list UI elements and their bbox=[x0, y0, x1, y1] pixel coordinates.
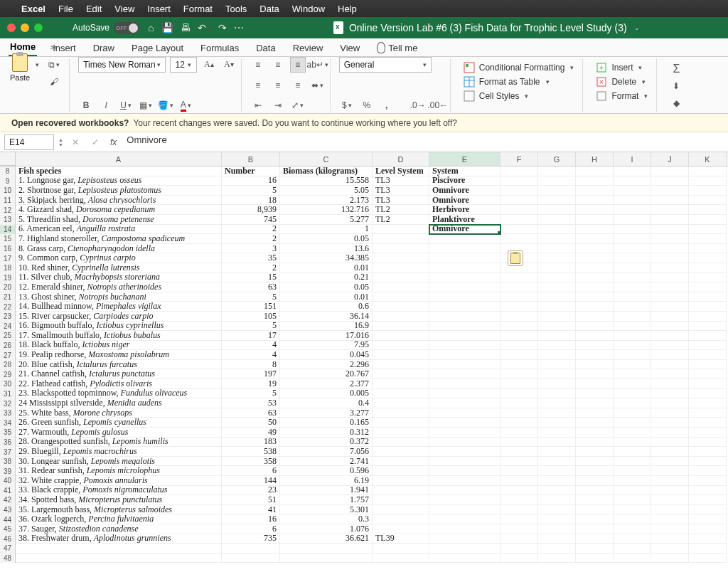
cell[interactable] bbox=[651, 389, 689, 399]
cell[interactable] bbox=[576, 331, 614, 341]
cell[interactable]: 27. Warmouth, Lepomis gulosus bbox=[16, 428, 222, 438]
row-header[interactable]: 33 bbox=[0, 408, 16, 418]
cell[interactable] bbox=[429, 524, 500, 534]
menu-data[interactable]: Data bbox=[259, 4, 279, 14]
cell[interactable] bbox=[373, 476, 429, 486]
cell[interactable] bbox=[373, 273, 429, 283]
cell[interactable] bbox=[651, 476, 689, 486]
cell[interactable]: 16. Bigmouth buffalo, Ictiobus cyprinell… bbox=[16, 322, 222, 332]
cell[interactable]: 1. Longnose gar, Lepisosteus osseus bbox=[16, 176, 222, 186]
cell[interactable] bbox=[373, 428, 429, 438]
cell[interactable] bbox=[429, 263, 500, 273]
row-header[interactable]: 32 bbox=[0, 398, 16, 408]
cell[interactable] bbox=[373, 466, 429, 476]
cell[interactable]: 0.05 bbox=[280, 282, 373, 292]
cell[interactable] bbox=[689, 360, 727, 370]
increase-decimal-icon[interactable]: .0→ bbox=[410, 97, 426, 113]
cell[interactable] bbox=[651, 438, 689, 448]
row-header[interactable]: 34 bbox=[0, 418, 16, 428]
cell[interactable] bbox=[651, 554, 689, 564]
name-box-stepper[interactable]: ▲▼ bbox=[58, 137, 63, 147]
cell[interactable]: 2.296 bbox=[280, 360, 373, 370]
align-top-icon[interactable]: ≡ bbox=[250, 57, 266, 73]
row-header[interactable]: 20 bbox=[0, 282, 16, 292]
cell[interactable] bbox=[500, 234, 538, 244]
cell[interactable]: 36.14 bbox=[280, 312, 373, 322]
cell[interactable] bbox=[538, 389, 576, 399]
cell[interactable]: 0.05 bbox=[280, 234, 373, 244]
cell[interactable]: 7. Highland stoneroller, Campostoma spad… bbox=[16, 234, 222, 244]
cell[interactable]: 0.005 bbox=[280, 389, 373, 399]
cell[interactable] bbox=[689, 253, 727, 263]
cell[interactable] bbox=[651, 379, 689, 389]
cell[interactable] bbox=[576, 486, 614, 496]
cell[interactable] bbox=[689, 476, 727, 486]
cell[interactable]: 3 bbox=[222, 244, 280, 254]
cell[interactable] bbox=[429, 253, 500, 263]
row-header[interactable]: 40 bbox=[0, 476, 16, 486]
tab-draw[interactable]: Draw bbox=[92, 40, 116, 56]
cell[interactable] bbox=[429, 379, 500, 389]
cell[interactable] bbox=[689, 282, 727, 292]
cell[interactable]: 12. Emerald shiner, Notropis atherinoide… bbox=[16, 282, 222, 292]
cell[interactable] bbox=[429, 476, 500, 486]
cell[interactable]: TL2 bbox=[373, 215, 429, 225]
cell[interactable]: 10. Red shiner, Cyprinella lutrensis bbox=[16, 263, 222, 273]
cell[interactable] bbox=[538, 369, 576, 379]
cell[interactable] bbox=[689, 398, 727, 408]
cell[interactable] bbox=[614, 331, 651, 341]
row-header[interactable]: 41 bbox=[0, 486, 16, 496]
cell[interactable] bbox=[500, 505, 538, 515]
conditional-formatting-button[interactable]: Conditional Formatting▾ bbox=[462, 61, 576, 74]
menu-tools[interactable]: Tools bbox=[225, 4, 247, 14]
cell[interactable]: 2 bbox=[222, 234, 280, 244]
cell[interactable] bbox=[576, 408, 614, 418]
menu-window[interactable]: Window bbox=[292, 4, 325, 14]
cell[interactable]: 0.596 bbox=[280, 466, 373, 476]
cell[interactable]: 105 bbox=[222, 312, 280, 322]
cell[interactable] bbox=[614, 312, 651, 322]
cell[interactable] bbox=[538, 273, 576, 283]
cell[interactable] bbox=[538, 505, 576, 515]
cell[interactable] bbox=[689, 495, 727, 505]
cell[interactable]: 7.95 bbox=[280, 341, 373, 351]
cell[interactable] bbox=[576, 225, 614, 235]
cell[interactable] bbox=[538, 418, 576, 428]
decrease-decimal-icon[interactable]: .00← bbox=[430, 97, 446, 113]
window-close-button[interactable] bbox=[7, 23, 16, 32]
cell[interactable] bbox=[689, 544, 727, 554]
cell[interactable] bbox=[689, 428, 727, 438]
font-name-select[interactable]: Times New Roman▾ bbox=[78, 57, 166, 73]
cell[interactable]: Planktivore bbox=[429, 215, 500, 225]
cell[interactable] bbox=[538, 302, 576, 312]
cell[interactable]: Number bbox=[222, 166, 280, 176]
cell[interactable]: 14. Bullhead minnow, Pimephales vigilax bbox=[16, 302, 222, 312]
cell[interactable] bbox=[373, 457, 429, 467]
row-header[interactable]: 13 bbox=[0, 215, 16, 225]
cell[interactable]: 1.757 bbox=[280, 495, 373, 505]
cell[interactable] bbox=[651, 273, 689, 283]
cell[interactable]: 0.372 bbox=[280, 438, 373, 448]
cell[interactable] bbox=[651, 263, 689, 273]
cell[interactable] bbox=[538, 476, 576, 486]
cell[interactable] bbox=[651, 225, 689, 235]
column-header-I[interactable]: I bbox=[614, 152, 651, 166]
cell[interactable] bbox=[576, 524, 614, 534]
cell[interactable] bbox=[651, 544, 689, 554]
cell[interactable] bbox=[651, 418, 689, 428]
row-header[interactable]: 29 bbox=[0, 369, 16, 379]
cell[interactable] bbox=[500, 186, 538, 196]
row-header[interactable]: 15 bbox=[0, 234, 16, 244]
cell[interactable] bbox=[500, 341, 538, 351]
cell[interactable]: 5.277 bbox=[280, 215, 373, 225]
cell[interactable] bbox=[651, 505, 689, 515]
cell[interactable] bbox=[614, 554, 651, 564]
cell[interactable] bbox=[651, 486, 689, 496]
cell[interactable] bbox=[576, 514, 614, 524]
cell[interactable] bbox=[576, 438, 614, 448]
cell[interactable] bbox=[651, 253, 689, 263]
cell[interactable]: 18. Black buffalo, Ictiobus niger bbox=[16, 341, 222, 351]
cell[interactable] bbox=[651, 166, 689, 176]
cell[interactable]: 19. Pealip redhorse, Moxostoma pisolabru… bbox=[16, 350, 222, 360]
cell[interactable] bbox=[500, 225, 538, 235]
